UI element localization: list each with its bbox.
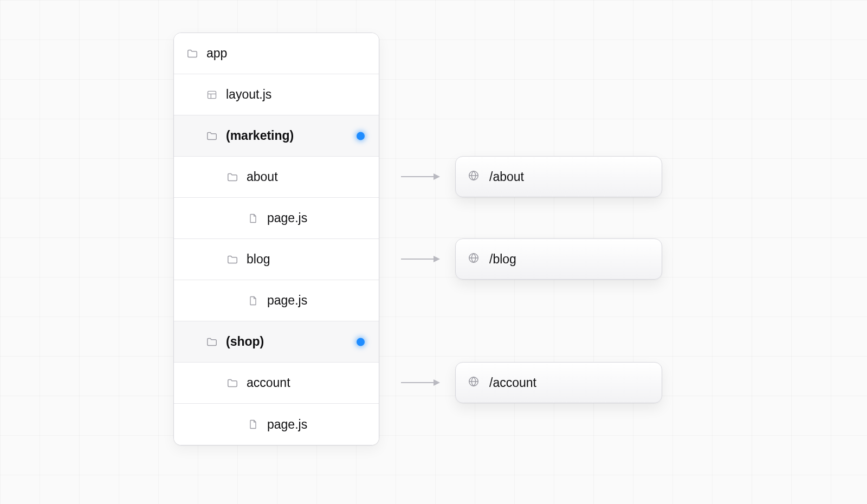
- arrow-icon: [401, 259, 439, 260]
- url-pill: /blog: [455, 238, 662, 280]
- folder-icon: [226, 253, 239, 266]
- folder-icon: [205, 335, 218, 348]
- tree-row-label: page.js: [267, 293, 307, 308]
- folder-icon: [205, 130, 218, 143]
- layout-icon: [205, 88, 218, 101]
- tree-row-layout-js: layout.js: [174, 74, 379, 115]
- tree-row-about: about: [174, 157, 379, 198]
- tree-row-app: app: [174, 33, 379, 74]
- tree-row-page-js: page.js: [174, 404, 379, 445]
- file-icon: [247, 212, 260, 225]
- tree-row-page-js: page.js: [174, 280, 379, 321]
- tree-row-label: page.js: [267, 211, 307, 225]
- url-label: /blog: [489, 252, 516, 267]
- url-label: /about: [489, 170, 524, 184]
- globe-icon: [468, 170, 489, 184]
- tree-row--marketing-: (marketing): [174, 115, 379, 157]
- tree-row-blog: blog: [174, 239, 379, 280]
- tree-row-label: (shop): [226, 334, 264, 349]
- url-pill: /account: [455, 362, 662, 403]
- tree-row-label: app: [206, 46, 227, 61]
- folder-icon: [186, 47, 199, 60]
- tree-row-label: layout.js: [226, 87, 271, 102]
- background-grid: [0, 0, 867, 504]
- globe-icon: [468, 252, 489, 266]
- folder-icon: [226, 377, 239, 390]
- arrow-icon: [401, 382, 439, 383]
- tree-row-label: (marketing): [226, 128, 294, 143]
- folder-icon: [226, 171, 239, 184]
- url-label: /account: [489, 376, 536, 390]
- url-pill: /about: [455, 156, 662, 197]
- tree-row-label: about: [247, 170, 278, 184]
- tree-row-label: blog: [247, 252, 270, 267]
- tree-row-account: account: [174, 363, 379, 404]
- arrow-icon: [401, 176, 439, 177]
- tree-row--shop-: (shop): [174, 321, 379, 363]
- globe-icon: [468, 376, 489, 390]
- route-group-indicator: [357, 132, 365, 140]
- file-icon: [247, 294, 260, 307]
- tree-row-label: page.js: [267, 417, 307, 432]
- tree-row-page-js: page.js: [174, 198, 379, 239]
- file-icon: [247, 418, 260, 431]
- route-group-indicator: [357, 338, 365, 346]
- tree-row-label: account: [247, 376, 290, 390]
- file-tree: applayout.js(marketing)aboutpage.jsblogp…: [173, 33, 379, 445]
